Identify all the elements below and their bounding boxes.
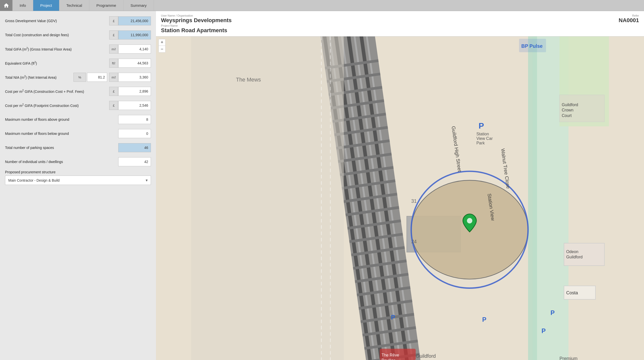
field-unit: £	[109, 30, 118, 39]
org-name: Weysprings Developments	[161, 17, 232, 24]
svg-text:Park: Park	[476, 141, 485, 145]
field-label: Cost per m2 GIFA (Footprint Construction…	[5, 103, 109, 108]
ref-label: Refer	[619, 14, 639, 17]
field-label: Maximum number of floors below ground	[5, 132, 118, 136]
field-value[interactable]: 46	[118, 143, 151, 152]
svg-rect-2	[528, 36, 537, 360]
field-label: Total GIFA (m2) (Gross Internal Floor Ar…	[5, 47, 109, 51]
svg-text:Guildford: Guildford	[566, 255, 583, 259]
field-unit: £	[109, 101, 118, 110]
field-label: Cost per m2 GIFA (Construction Cost + Pr…	[5, 89, 109, 94]
field-row: Total Cost (construction and design fees…	[5, 29, 151, 41]
field-unit: £	[109, 87, 118, 96]
svg-text:The Rêve: The Rêve	[382, 353, 399, 357]
field-unit: m2	[109, 45, 118, 54]
svg-text:P: P	[479, 121, 484, 130]
field-row: Total NIA (m2) (Net Internal Area)%81.2m…	[5, 71, 151, 83]
left-panel: Gross Development Value (GDV)£21,456,000…	[0, 11, 156, 360]
svg-text:BP Pulse: BP Pulse	[521, 43, 543, 49]
svg-text:Guildford: Guildford	[562, 102, 578, 107]
map-container[interactable]: Station View Walnut Tree Close Guildford…	[156, 36, 644, 360]
svg-text:Guildford: Guildford	[416, 353, 436, 359]
procurement-section: Proposed procurement structure Main Cont…	[5, 170, 151, 185]
field-row: Gross Development Value (GDV)£21,456,000	[5, 15, 151, 27]
tab-info[interactable]: Info	[13, 0, 33, 11]
main-layout: Gross Development Value (GDV)£21,456,000…	[0, 11, 644, 360]
home-icon	[3, 3, 9, 9]
field-value[interactable]: 42	[118, 157, 151, 166]
tab-project[interactable]: Project	[33, 0, 59, 11]
field-unit: ft2	[109, 59, 118, 68]
field-row: Cost per m2 GIFA (Footprint Construction…	[5, 100, 151, 111]
percent-value[interactable]: 81.2	[87, 73, 107, 82]
svg-text:Premium: Premium	[559, 356, 577, 360]
field-value[interactable]: 21,456,000	[118, 16, 151, 25]
svg-text:P: P	[391, 314, 395, 321]
svg-rect-56	[564, 243, 605, 266]
field-row: Total GIFA (m2) (Gross Internal Floor Ar…	[5, 43, 151, 55]
org-label: User Name / Organisation	[161, 14, 232, 17]
svg-rect-36	[191, 36, 344, 360]
field-value[interactable]: 0	[118, 129, 151, 138]
field-value[interactable]: 44,563	[118, 59, 151, 68]
svg-text:Court: Court	[562, 113, 572, 118]
field-label: Gross Development Value (GDV)	[5, 19, 109, 23]
field-label: Total number of parking spaces	[5, 146, 118, 150]
svg-text:The Mews: The Mews	[236, 77, 261, 83]
top-navigation: Info Project Technical Programme Summary	[0, 0, 644, 11]
field-label: Total Cost (construction and design fees…	[5, 33, 109, 37]
tab-summary[interactable]: Summary	[124, 0, 154, 11]
svg-text:Pavilion: Pavilion	[382, 358, 396, 360]
field-row: Equivalent GIFA (ft2)ft244,563	[5, 57, 151, 69]
field-value[interactable]: 11,990,000	[118, 30, 151, 39]
field-row: Number of individual units / dwellings42	[5, 156, 151, 168]
project-name: Station Road Apartments	[161, 27, 232, 34]
tab-technical[interactable]: Technical	[59, 0, 90, 11]
field-value[interactable]: 4,140	[118, 45, 151, 54]
percent-label: %	[73, 73, 86, 82]
field-row: Cost per m2 GIFA (Construction Cost + Pr…	[5, 86, 151, 97]
svg-text:P: P	[482, 316, 487, 323]
project-name-label: Project Name	[161, 24, 232, 27]
svg-text:Odeon: Odeon	[566, 249, 578, 254]
procurement-select[interactable]: Main Contractor - Design & Build ▾	[5, 176, 151, 185]
field-label: Equivalent GIFA (ft2)	[5, 61, 109, 65]
chevron-down-icon: ▾	[146, 178, 148, 183]
svg-text:31: 31	[411, 198, 417, 204]
field-row: Maximum number of floors above ground8	[5, 114, 151, 125]
field-value[interactable]: 8	[118, 115, 151, 124]
svg-text:24: 24	[411, 239, 417, 244]
field-label: Number of individual units / dwellings	[5, 160, 118, 164]
home-button[interactable]	[0, 0, 13, 11]
map-svg: Station View Walnut Tree Close Guildford…	[156, 36, 644, 360]
field-value[interactable]: 3,360	[118, 73, 151, 82]
zoom-in-button[interactable]: +	[159, 39, 165, 46]
ref-value: NA0001	[619, 17, 639, 24]
field-value[interactable]: 2,546	[118, 101, 151, 110]
svg-point-40	[467, 218, 472, 223]
field-label: Maximum number of floors above ground	[5, 117, 118, 122]
svg-text:View Car: View Car	[476, 136, 493, 141]
svg-text:Crown: Crown	[562, 108, 573, 112]
field-row: Maximum number of floors below ground0	[5, 128, 151, 139]
zoom-out-button[interactable]: −	[159, 46, 165, 52]
project-header: User Name / Organisation Weysprings Deve…	[156, 11, 644, 36]
map-controls: + −	[158, 39, 166, 53]
right-panel: User Name / Organisation Weysprings Deve…	[156, 11, 644, 360]
field-value[interactable]: 2,896	[118, 87, 151, 96]
tab-programme[interactable]: Programme	[89, 0, 123, 11]
field-unit: m2	[109, 73, 118, 82]
svg-text:P: P	[542, 327, 546, 334]
procurement-value: Main Contractor - Design & Build	[8, 178, 60, 182]
svg-text:P: P	[550, 309, 555, 316]
field-unit: £	[109, 16, 118, 25]
field-label: Total NIA (m2) (Net Internal Area)	[5, 75, 73, 79]
procurement-label: Proposed procurement structure	[5, 170, 151, 174]
svg-text:Costa: Costa	[566, 290, 578, 295]
field-row: Total number of parking spaces46	[5, 142, 151, 153]
svg-text:Station: Station	[476, 132, 489, 136]
